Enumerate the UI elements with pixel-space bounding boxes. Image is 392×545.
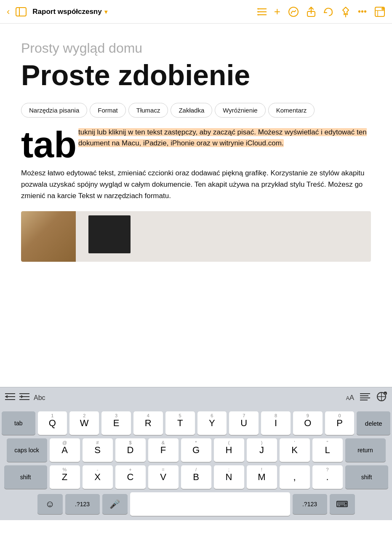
shift-left-key[interactable]: shift <box>4 465 47 489</box>
key-c[interactable]: +C <box>115 465 146 489</box>
key-k[interactable]: 'K <box>280 438 310 462</box>
image-strip <box>21 211 371 262</box>
title-chevron-icon[interactable]: ▾ <box>104 8 107 15</box>
title-text: Raport współczesny <box>32 8 101 16</box>
pill-translator[interactable]: Tłumacz <box>128 103 168 118</box>
svg-text:+: + <box>384 392 386 395</box>
share-icon[interactable] <box>307 6 316 17</box>
dropcap-letter: tab <box>21 129 77 160</box>
keyboard-bottom-row: ☺ .?123 🎤 .?123 ⌨ <box>2 492 390 518</box>
key-period[interactable]: ?. <box>312 465 343 489</box>
sidebar-toggle-button[interactable] <box>16 7 27 16</box>
pin-icon[interactable] <box>341 6 350 17</box>
kb-toolbar-left: Abc <box>5 393 339 403</box>
image-dark-box <box>88 215 131 253</box>
text-size-icon[interactable]: AA <box>346 394 354 402</box>
caps-lock-key[interactable]: caps lock <box>7 438 47 462</box>
toolbar: ‹ Raport współczesny ▾ + <box>0 0 392 24</box>
svg-point-6 <box>258 11 259 12</box>
document-title: Raport współczesny ▾ <box>32 8 107 16</box>
svg-point-7 <box>258 14 259 15</box>
key-v[interactable]: =V <box>148 465 179 489</box>
num-toggle-key[interactable]: .?123 <box>65 494 100 514</box>
key-g[interactable]: *G <box>181 438 211 462</box>
key-f[interactable]: &F <box>148 438 179 462</box>
key-o[interactable]: 9O <box>293 411 323 435</box>
outdent-icon[interactable] <box>5 393 15 403</box>
key-d[interactable]: $D <box>115 438 146 462</box>
dropcap-paragraph[interactable]: tab tuknij lub kliknij w ten tekst zastę… <box>21 127 371 160</box>
key-s[interactable]: #S <box>83 438 113 462</box>
keyboard-toolbar: Abc AA + <box>0 387 392 408</box>
formatting-pills: Narzędzia pisania Format Tłumacz Zakładk… <box>21 103 371 118</box>
pill-writing-tools[interactable]: Narzędzia pisania <box>21 103 87 118</box>
image-left <box>21 211 76 262</box>
svg-text:!: ! <box>382 8 383 10</box>
shift-right-key[interactable]: shift <box>345 465 388 489</box>
more-icon[interactable]: ••• <box>358 7 367 16</box>
key-y[interactable]: 6Y <box>197 411 227 435</box>
key-a[interactable]: @A <box>50 438 80 462</box>
toolbar-left: ‹ Raport współczesny ▾ <box>7 6 250 17</box>
delete-key[interactable]: delete <box>357 411 390 435</box>
svg-rect-0 <box>16 8 26 16</box>
key-q[interactable]: 1Q <box>38 411 67 435</box>
tab-key[interactable]: tab <box>2 411 35 435</box>
document-subtitle: Prosty wygląd domu <box>21 40 371 56</box>
key-t[interactable]: 5T <box>165 411 195 435</box>
abc-label: Abc <box>34 394 45 402</box>
key-r[interactable]: 4R <box>133 411 163 435</box>
pill-highlight[interactable]: Wyróżnienie <box>215 103 265 118</box>
key-b[interactable]: /B <box>181 465 211 489</box>
key-n[interactable]: ;N <box>214 465 244 489</box>
return-key[interactable]: return <box>345 438 386 462</box>
num-toggle-key-right[interactable]: .?123 <box>293 494 327 514</box>
pill-bookmark[interactable]: Zakładka <box>171 103 212 118</box>
key-x[interactable]: -X <box>83 465 113 489</box>
key-i[interactable]: 8I <box>261 411 291 435</box>
pill-format[interactable]: Format <box>90 103 126 118</box>
keyboard-row-3: shift %Z -X +C =V /B ;N !M , ?. shift <box>2 465 390 489</box>
keyboard: tab 1Q 2W 3E 4R 5T 6Y 7U 8I 9O 0P delete… <box>0 408 392 520</box>
zoom-icon[interactable]: ! <box>374 6 385 17</box>
space-key[interactable] <box>130 492 290 516</box>
key-z[interactable]: %Z <box>50 465 80 489</box>
document-title-heading: Proste zdobienie <box>21 59 371 91</box>
image-middle <box>76 211 371 262</box>
key-w[interactable]: 2W <box>69 411 99 435</box>
key-comma[interactable]: , <box>280 465 310 489</box>
add-button[interactable]: + <box>274 5 280 18</box>
kb-toolbar-right: AA + <box>346 392 387 404</box>
key-u[interactable]: 7U <box>229 411 259 435</box>
body-paragraph[interactable]: Możesz łatwo edytować tekst, zmieniać cz… <box>21 167 371 202</box>
document-area: Prosty wygląd domu Proste zdobienie Narz… <box>0 24 392 387</box>
key-l[interactable]: "L <box>312 438 343 462</box>
emoji-key[interactable]: ☺ <box>37 494 63 514</box>
undo-icon[interactable] <box>323 7 333 17</box>
toolbar-right: + ••• <box>257 5 385 18</box>
mic-key[interactable]: 🎤 <box>102 494 128 514</box>
indent-icon[interactable] <box>19 393 29 403</box>
pill-comment[interactable]: Komentarz <box>268 103 315 118</box>
svg-point-5 <box>258 8 259 9</box>
back-button[interactable]: ‹ <box>7 6 10 17</box>
key-p[interactable]: 0P <box>325 411 355 435</box>
keyboard-hide-key[interactable]: ⌨ <box>330 494 355 514</box>
highlighted-text: tuknij lub kliknij w ten tekst zastępczy… <box>78 128 367 147</box>
key-m[interactable]: !M <box>247 465 277 489</box>
svg-point-9 <box>291 12 292 13</box>
key-e[interactable]: 3E <box>101 411 131 435</box>
list-icon[interactable] <box>257 8 267 16</box>
keyboard-row-1: tab 1Q 2W 3E 4R 5T 6Y 7U 8I 9O 0P delete <box>2 411 390 435</box>
key-j[interactable]: )J <box>247 438 277 462</box>
text-align-icon[interactable] <box>360 393 370 403</box>
key-h[interactable]: (H <box>214 438 244 462</box>
keyboard-row-2: caps lock @A #S $D &F *G (H )J 'K "L ret… <box>2 438 390 462</box>
markup-icon[interactable] <box>288 6 299 17</box>
text-style-icon[interactable]: + <box>376 392 387 404</box>
